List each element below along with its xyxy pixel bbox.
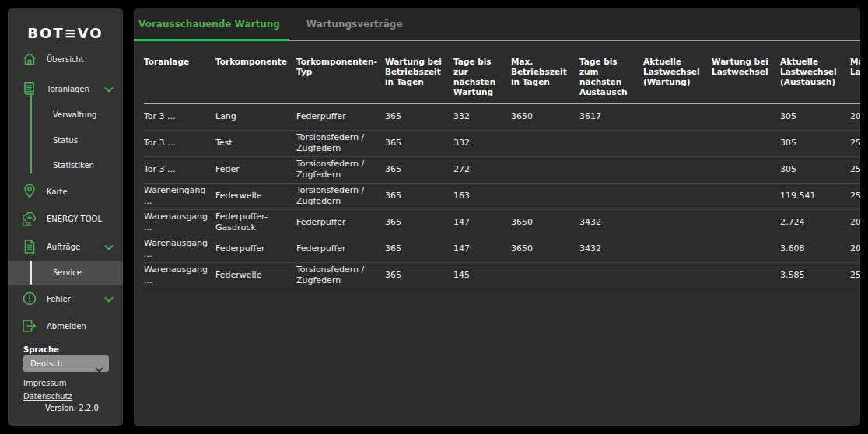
chevron-down-icon[interactable] (104, 240, 114, 254)
sidebar-item-label: Verwaltung (53, 110, 96, 119)
sidebar-item-energy-tool[interactable]: CO₂ ENERGY TOOL (8, 207, 123, 230)
tab-label: Vorausschauende Wartung (138, 19, 280, 30)
table-body: Tor 3 ...LangFederpuffer3653323650361730… (144, 103, 860, 289)
sidebar-item-label: Übersicht (47, 55, 84, 64)
table-cell: 3650 (511, 209, 579, 236)
language-selected-value: Deutsch (23, 359, 62, 368)
table-cell (643, 156, 712, 183)
sidebar-item-status[interactable]: Status (8, 128, 123, 152)
table-cell (643, 103, 712, 131)
table-cell: 305 (780, 103, 850, 131)
table-cell (712, 183, 780, 209)
imprint-link[interactable]: Impressum (23, 379, 67, 387)
table-cell: 365 (385, 183, 453, 209)
table-cell: 365 (385, 156, 453, 183)
table-cell: Tor 3 ... (144, 156, 215, 183)
table-cell: Feder (215, 156, 296, 183)
table-header-row: ToranlageTorkomponenteTorkomponenten-Typ… (144, 53, 860, 103)
sidebar-item-karte[interactable]: Karte (8, 180, 123, 203)
table-cell (643, 183, 712, 209)
sidebar-item-uebersicht[interactable]: Übersicht (8, 47, 123, 71)
sidebar-item-verwaltung[interactable]: Verwaltung (8, 103, 123, 126)
table-cell: 25.000 (850, 183, 860, 209)
table-cell: 200.000 (850, 209, 860, 236)
sidebar-item-label: Fehler (47, 295, 71, 303)
table-cell: 200.000 (850, 103, 860, 131)
column-header: Max. Betriebszeit in Tagen (511, 53, 579, 103)
column-header: Aktuelle Lastwechsel (Austausch) (780, 53, 850, 103)
table-cell: 305 (780, 130, 850, 156)
table-cell: 3650 (511, 236, 579, 262)
sidebar: BOT≡VO Übersicht Toranlagen Verwaltung S… (8, 8, 123, 426)
table-row: Warenausgang ...FederwelleTorsionsfedern… (144, 262, 860, 289)
table-cell: Federwelle (215, 262, 296, 289)
table-cell (643, 209, 712, 236)
chevron-down-icon[interactable] (104, 82, 114, 96)
table-row: Tor 3 ...TestTorsionsfedern / Zugfedern3… (144, 130, 860, 156)
table-cell (511, 130, 579, 156)
table-cell: Warenausgang ... (144, 262, 215, 289)
map-pin-icon (20, 184, 39, 199)
maintenance-table-wrap: ToranlageTorkomponenteTorkomponenten-Typ… (144, 53, 850, 289)
sidebar-item-statistiken[interactable]: Statistiken (8, 153, 123, 177)
table-cell: 365 (385, 262, 453, 289)
sidebar-item-abmelden[interactable]: Abmelden (8, 314, 123, 338)
sidebar-item-toranlagen[interactable]: Toranlagen (8, 77, 123, 100)
column-header: Torkomponente (215, 53, 296, 103)
table-cell (643, 130, 712, 156)
tab-wartungsvertraege[interactable]: Wartungsverträge (299, 8, 411, 40)
table-cell: 145 (453, 262, 511, 289)
sidebar-item-label: Service (53, 268, 82, 277)
main-content: Vorausschauende Wartung Wartungsverträge… (134, 8, 860, 426)
table-cell: 365 (385, 209, 453, 236)
chevron-down-icon[interactable] (104, 292, 114, 306)
table-cell (712, 209, 780, 236)
column-header: Aktuelle Lastwechsel (Wartung) (643, 53, 712, 103)
column-header: Tage bis zur nächsten Wartung (453, 53, 511, 103)
sidebar-item-auftraege[interactable]: Aufträge (8, 235, 123, 258)
sidebar-item-service[interactable]: Service (8, 261, 123, 284)
table-cell: Torsionsfedern / Zugfedern (296, 156, 385, 183)
co2-cloud-icon: CO₂ (20, 210, 39, 227)
sidebar-item-label: Toranlagen (47, 85, 89, 93)
logout-icon (20, 319, 39, 333)
table-cell (712, 156, 780, 183)
tab-vorausschauende-wartung[interactable]: Vorausschauende Wartung (134, 8, 289, 40)
table-cell: 163 (453, 183, 511, 209)
sidebar-item-fehler[interactable]: Fehler (8, 287, 123, 310)
botevo-logo: BOT≡VO (8, 25, 123, 41)
sidebar-item-label: Karte (47, 187, 68, 196)
sidebar-item-label: Statistiken (53, 161, 94, 170)
table-cell: Federpuffer (296, 103, 385, 131)
table-cell: Federpuffer (215, 236, 296, 262)
error-circle-icon (20, 291, 39, 306)
table-cell: 3432 (579, 209, 643, 236)
table-cell: 3.608 (780, 236, 850, 262)
table-cell: 147 (453, 209, 511, 236)
table-cell (643, 262, 712, 289)
table-cell (579, 130, 643, 156)
tab-bar: Vorausschauende Wartung Wartungsverträge (134, 8, 860, 41)
table-cell: Lang (215, 103, 296, 131)
table-cell (511, 183, 579, 209)
table-cell: Federpuffer (296, 236, 385, 262)
table-cell: 25.000 (850, 130, 860, 156)
table-row: Warenausgang ...FederpufferFederpuffer36… (144, 236, 860, 262)
table-cell (579, 183, 643, 209)
language-label: Sprache (23, 345, 59, 354)
sidebar-item-label: Status (53, 136, 78, 145)
table-cell: Tor 3 ... (144, 103, 215, 131)
table-cell: Wareneingang ... (144, 183, 215, 209)
table-row: Tor 3 ...FederTorsionsfedern / Zugfedern… (144, 156, 860, 183)
language-select[interactable]: Deutsch (23, 355, 109, 372)
table-cell: 25.000 (850, 262, 860, 289)
table-row: Wareneingang ...FederwelleTorsionsfedern… (144, 183, 860, 209)
gate-list-icon (20, 81, 39, 96)
table-cell: Warenausgang ... (144, 236, 215, 262)
table-cell: 332 (453, 103, 511, 131)
tab-label: Wartungsverträge (306, 19, 403, 30)
chevron-down-icon (95, 361, 103, 376)
table-cell (712, 236, 780, 262)
table-cell (579, 156, 643, 183)
privacy-link[interactable]: Datenschutz (23, 392, 72, 401)
